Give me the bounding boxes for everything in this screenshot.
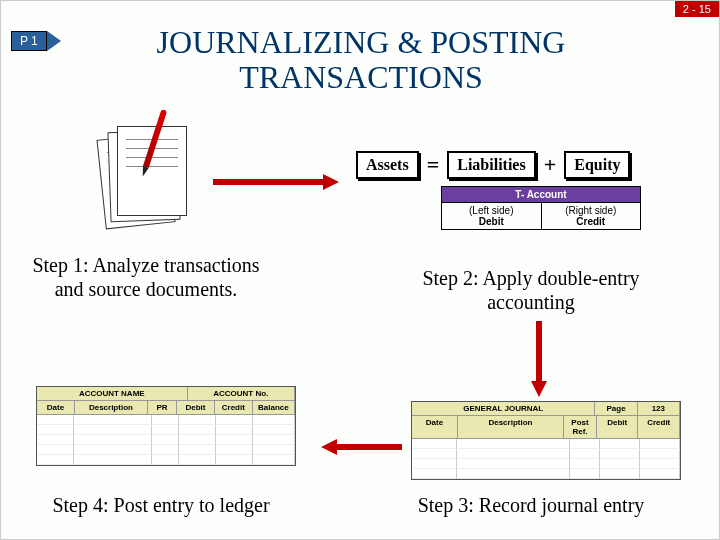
ledger-col-date: Date	[37, 401, 75, 415]
journal-page-label: Page	[595, 402, 637, 416]
badge-arrow-icon	[47, 31, 61, 51]
arrow-left-icon	[321, 439, 402, 455]
equation-liabilities: Liabilities	[447, 151, 535, 179]
accounting-equation: Assets = Liabilities + Equity	[356, 151, 630, 179]
t-debit-label: Debit	[446, 216, 537, 227]
journal-col-pr: Post Ref.	[564, 416, 597, 439]
ledger-col-debit: Debit	[177, 401, 215, 415]
journal-col-credit: Credit	[638, 416, 680, 439]
plus-sign: +	[544, 152, 557, 178]
t-left-side: (Left side)	[446, 205, 537, 216]
journal-col-date: Date	[412, 416, 458, 439]
ledger-col-credit: Credit	[215, 401, 253, 415]
step-3-text: Step 3: Record journal entry	[401, 493, 661, 517]
page-number: 2 - 15	[675, 1, 719, 17]
equals-sign: =	[427, 152, 440, 178]
equation-assets: Assets	[356, 151, 419, 179]
ledger-col-desc: Description	[75, 401, 148, 415]
objective-badge: P 1	[11, 31, 61, 51]
t-right-side: (Right side)	[546, 205, 637, 216]
step-4-text: Step 4: Post entry to ledger	[21, 493, 301, 517]
journal-col-debit: Debit	[597, 416, 639, 439]
arrow-right-icon	[213, 174, 339, 190]
step-1-text: Step 1: Analyze transactions and source …	[21, 253, 271, 301]
general-journal-table: GENERAL JOURNAL Page 123 Date Descriptio…	[411, 401, 681, 480]
ledger-account-name: ACCOUNT NAME	[37, 387, 188, 401]
ledger-table: ACCOUNT NAME ACCOUNT No. Date Descriptio…	[36, 386, 296, 466]
step-2-text: Step 2: Apply double-entry accounting	[401, 266, 661, 314]
t-account-diagram: T- Account (Left side) Debit (Right side…	[441, 186, 641, 230]
arrow-down-icon	[531, 321, 547, 397]
equation-equity: Equity	[564, 151, 630, 179]
t-account-title: T- Account	[441, 186, 641, 203]
t-credit-label: Credit	[546, 216, 637, 227]
ledger-col-pr: PR	[148, 401, 177, 415]
journal-title: GENERAL JOURNAL	[412, 402, 595, 416]
slide-title: JOURNALIZING & POSTING TRANSACTIONS	[141, 25, 581, 95]
ledger-account-no: ACCOUNT No.	[188, 387, 295, 401]
journal-col-desc: Description	[458, 416, 564, 439]
ledger-col-balance: Balance	[253, 401, 295, 415]
journal-page-no: 123	[638, 402, 680, 416]
badge-label: P 1	[11, 31, 47, 51]
